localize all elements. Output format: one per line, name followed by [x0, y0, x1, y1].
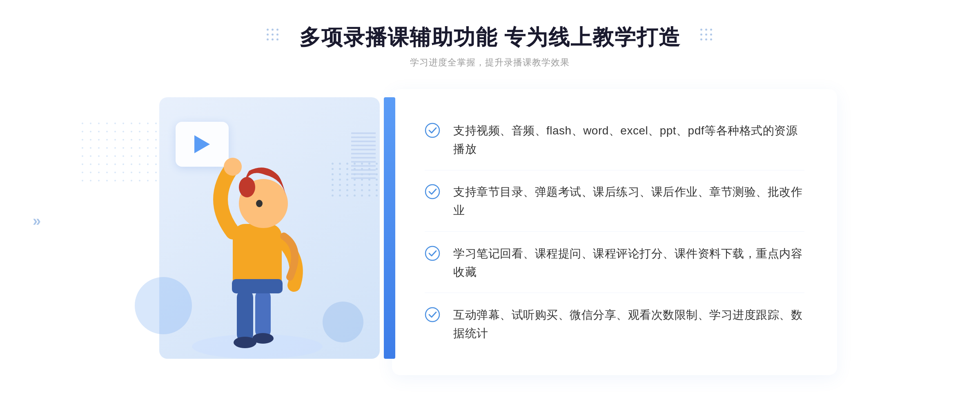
content-area: 支持视频、音频、flash、word、excel、ppt、pdf等各种格式的资源…	[143, 89, 837, 375]
svg-point-4	[252, 333, 274, 344]
header-dot-left	[267, 29, 280, 42]
svg-rect-2	[255, 289, 271, 338]
page-subtitle: 学习进度全掌握，提升录播课教学效果	[299, 56, 681, 69]
svg-point-9	[256, 200, 263, 207]
person-illustration	[184, 134, 331, 371]
feature-item-1: 支持视频、音频、flash、word、excel、ppt、pdf等各种格式的资源…	[425, 110, 804, 170]
svg-point-14	[425, 308, 439, 322]
feature-text-2: 支持章节目录、弹题考试、课后练习、课后作业、章节测验、批改作业	[453, 183, 804, 220]
svg-point-6	[224, 158, 242, 176]
header-section: 多项录播课辅助功能 专为线上教学打造 学习进度全掌握，提升录播课教学效果	[299, 25, 681, 69]
deco-circle-large	[135, 277, 192, 334]
features-panel: 支持视频、音频、flash、word、excel、ppt、pdf等各种格式的资源…	[392, 89, 837, 375]
feature-item-4: 互动弹幕、试听购买、微信分享、观看次数限制、学习进度跟踪、数据统计	[425, 295, 804, 354]
feature-text-3: 学习笔记回看、课程提问、课程评论打分、课件资料下载，重点内容收藏	[453, 245, 804, 282]
svg-rect-10	[232, 279, 283, 293]
check-circle-icon-4	[425, 307, 440, 322]
illustration-dot-grid	[332, 163, 380, 197]
svg-point-11	[425, 123, 439, 137]
feature-text-1: 支持视频、音频、flash、word、excel、ppt、pdf等各种格式的资源…	[453, 122, 804, 159]
check-circle-icon-1	[425, 123, 440, 138]
header-dot-right	[700, 29, 713, 42]
svg-rect-1	[237, 289, 253, 342]
check-circle-icon-2	[425, 184, 440, 199]
chevron-double-left-icon: »	[33, 212, 41, 230]
page-wrapper: » 多项录播课辅助功能 专为线上教学打造 学习进度全掌握，提升录播课教学效果	[0, 0, 980, 398]
feature-item-3: 学习笔记回看、课程提问、课程评论打分、课件资料下载，重点内容收藏	[425, 233, 804, 293]
blue-accent-bar	[384, 97, 395, 359]
svg-point-13	[425, 246, 439, 260]
check-circle-icon-3	[425, 246, 440, 261]
page-title: 多项录播课辅助功能 专为线上教学打造	[299, 25, 681, 50]
svg-point-8	[239, 177, 255, 197]
svg-point-12	[425, 185, 439, 199]
feature-item-2: 支持章节目录、弹题考试、课后练习、课后作业、章节测验、批改作业	[425, 172, 804, 232]
illustration-side	[143, 89, 388, 375]
feature-text-4: 互动弹幕、试听购买、微信分享、观看次数限制、学习进度跟踪、数据统计	[453, 306, 804, 343]
